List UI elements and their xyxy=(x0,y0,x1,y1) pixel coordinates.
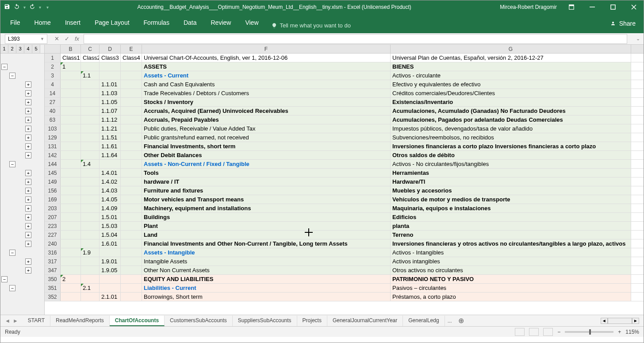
outline-expand-button[interactable] xyxy=(25,126,31,132)
cell[interactable] xyxy=(100,160,121,168)
scroll-track[interactable] xyxy=(608,318,632,324)
cell[interactable]: 1.1.21 xyxy=(100,124,121,133)
cell[interactable] xyxy=(100,62,121,71)
cell[interactable] xyxy=(121,169,142,177)
cell[interactable]: 1.4.05 xyxy=(100,195,121,204)
cell[interactable] xyxy=(81,186,100,195)
outline-expand-button[interactable] xyxy=(25,205,31,212)
cell[interactable] xyxy=(81,116,100,124)
cell[interactable] xyxy=(121,266,142,274)
sheet-tab[interactable]: CustomersSubAccounts xyxy=(165,316,233,326)
redo-icon[interactable] xyxy=(29,4,35,11)
cell[interactable]: Cash and Cash Equivalents xyxy=(142,80,391,89)
row-number[interactable]: 351 xyxy=(45,284,61,292)
tab-nav-next-icon[interactable]: ► xyxy=(13,318,18,324)
cell[interactable] xyxy=(121,62,142,71)
outline-collapse-button[interactable] xyxy=(1,64,8,70)
scroll-right-icon[interactable]: ► xyxy=(632,318,639,324)
cell[interactable]: Other Non Current Assets xyxy=(142,266,391,274)
cell[interactable] xyxy=(121,231,142,239)
sheet-tab[interactable]: GeneralJournalCurrentYear xyxy=(327,316,403,326)
cell[interactable]: 1.4.03 xyxy=(100,186,121,195)
cell[interactable]: Class2 xyxy=(81,54,100,62)
cell[interactable] xyxy=(61,293,81,301)
save-icon[interactable] xyxy=(4,4,10,11)
outline-level-1[interactable]: 1 xyxy=(0,45,8,53)
cell[interactable]: Buildings xyxy=(142,213,391,221)
cell[interactable]: Activos intangibles xyxy=(391,257,631,266)
cell[interactable] xyxy=(81,151,100,159)
cell[interactable] xyxy=(81,213,100,221)
cell[interactable] xyxy=(81,124,100,133)
cell[interactable]: Vehículos de motor y medios de transport… xyxy=(391,195,631,204)
cell[interactable]: 1.5.04 xyxy=(100,231,121,239)
cell[interactable] xyxy=(121,275,142,283)
row-number[interactable]: 203 xyxy=(45,204,61,212)
cell[interactable]: Efectivo y equivalentes de efectivo xyxy=(391,80,631,89)
cell[interactable] xyxy=(121,186,142,195)
cell[interactable] xyxy=(81,169,100,177)
cell[interactable] xyxy=(61,142,81,150)
tabs-more[interactable]: ... xyxy=(445,316,455,326)
zoom-slider[interactable] xyxy=(565,331,613,333)
undo-icon[interactable] xyxy=(14,4,20,11)
cell[interactable] xyxy=(121,124,142,133)
row-number[interactable]: 142 xyxy=(45,151,61,159)
enter-formula-icon[interactable]: ✓ xyxy=(65,35,69,42)
cell[interactable]: Hardware/TI xyxy=(391,177,631,186)
outline-collapse-button[interactable] xyxy=(9,285,15,291)
tab-file[interactable]: File xyxy=(4,16,27,29)
cell[interactable]: Class3 xyxy=(100,54,121,62)
outline-expand-button[interactable] xyxy=(25,223,31,229)
row-number[interactable]: 144 xyxy=(45,160,61,168)
cell[interactable] xyxy=(121,133,142,142)
cell[interactable]: Pasivos – circulantes xyxy=(391,284,631,292)
pagebreak-view-icon[interactable] xyxy=(543,328,553,336)
col-header-c[interactable]: C xyxy=(81,45,100,53)
cell[interactable]: 1.1.03 xyxy=(100,89,121,97)
cell[interactable] xyxy=(61,98,81,106)
cell[interactable] xyxy=(81,80,100,89)
cell[interactable] xyxy=(61,266,81,274)
cell[interactable] xyxy=(61,177,81,186)
tab-home[interactable]: Home xyxy=(28,16,57,29)
outline-expand-button[interactable] xyxy=(25,135,31,141)
row-number[interactable]: 223 xyxy=(45,222,61,230)
cell[interactable]: Acumulaciones, Acumulado (Ganadas) No Fa… xyxy=(391,107,631,115)
cell[interactable] xyxy=(61,169,81,177)
cell[interactable] xyxy=(81,133,100,142)
cell[interactable]: 1.1.61 xyxy=(100,142,121,150)
outline-expand-button[interactable] xyxy=(25,214,31,220)
cell[interactable] xyxy=(61,107,81,115)
cell[interactable]: 1.1.05 xyxy=(100,98,121,106)
outline-collapse-button[interactable] xyxy=(9,250,15,256)
cell[interactable]: Liabilities - Current xyxy=(142,284,391,292)
cell[interactable] xyxy=(121,116,142,124)
outline-expand-button[interactable] xyxy=(25,197,31,203)
minimize-icon[interactable] xyxy=(582,0,602,14)
cell[interactable] xyxy=(121,248,142,257)
cell[interactable]: Financial Investments and Other Non-Curr… xyxy=(142,239,391,248)
sheet-tab[interactable]: GeneralLedg xyxy=(403,316,445,326)
cell[interactable] xyxy=(121,98,142,106)
normal-view-icon[interactable] xyxy=(515,328,525,336)
outline-level-4[interactable]: 4 xyxy=(24,45,32,53)
sheet-tab[interactable]: SuppliersSubAccounts xyxy=(233,316,297,326)
cell[interactable] xyxy=(61,248,81,257)
cell[interactable] xyxy=(61,124,81,133)
row-number[interactable]: 352 xyxy=(45,293,61,301)
sheet-tab[interactable]: Projects xyxy=(297,316,327,326)
row-number[interactable]: 4 xyxy=(45,80,61,89)
undo-dropdown-icon[interactable]: ▾ xyxy=(23,5,26,10)
cell[interactable]: Accruals, Prepaid Payables xyxy=(142,116,391,124)
cell[interactable]: hardware / IT xyxy=(142,177,391,186)
sheet-tab[interactable]: ReadMeAndReports xyxy=(50,316,110,326)
cell[interactable] xyxy=(81,107,100,115)
cell[interactable]: Borrowings, Short term xyxy=(142,293,391,301)
row-number[interactable]: 156 xyxy=(45,186,61,195)
row-number[interactable]: 227 xyxy=(45,231,61,239)
cell[interactable] xyxy=(81,275,100,283)
cell[interactable] xyxy=(121,80,142,89)
cell[interactable]: Otros activos no circulantes xyxy=(391,266,631,274)
pagelayout-view-icon[interactable] xyxy=(529,328,539,336)
